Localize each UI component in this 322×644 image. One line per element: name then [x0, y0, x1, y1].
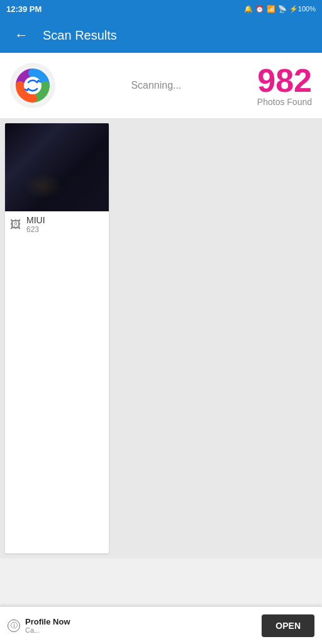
thumbnail-spot: [24, 174, 62, 199]
photos-count: 982: [257, 64, 312, 97]
ad-left: ⓘ Profile Now Ca...: [8, 617, 70, 634]
app-bar: ← Scan Results: [0, 18, 322, 53]
content-area: 🖼 MIUI 623: [0, 118, 322, 558]
battery-indicator: ⚡ 100%: [289, 5, 316, 13]
folder-name: MIUI: [26, 215, 45, 225]
ad-subtitle: Ca...: [25, 626, 70, 634]
scanning-text: Scanning...: [55, 80, 257, 91]
app-bar-title: Scan Results: [43, 28, 117, 43]
status-bar: 12:39 PM 🔔 ⏰ 📶 📡 ⚡ 100%: [0, 0, 322, 18]
wifi-icon: 📡: [278, 5, 287, 13]
photos-found-label: Photos Found: [257, 97, 312, 107]
ad-title: Profile Now: [25, 617, 70, 626]
folder-icon: 🖼: [10, 218, 21, 231]
folder-thumbnail: [5, 123, 109, 211]
clock-icon: ⏰: [255, 5, 264, 13]
count-container: 982 Photos Found: [257, 64, 312, 107]
back-icon: ←: [14, 27, 28, 43]
folder-card[interactable]: 🖼 MIUI 623: [5, 123, 109, 553]
svg-point-1: [24, 77, 42, 94]
signal-icon: 📶: [267, 5, 275, 13]
back-button[interactable]: ←: [10, 24, 33, 47]
scan-header: Scanning... 982 Photos Found: [0, 53, 322, 118]
folder-details: MIUI 623: [26, 215, 45, 234]
ad-text-block: Profile Now Ca...: [25, 617, 70, 634]
alarm-icon: 🔔: [244, 5, 253, 13]
ad-bar: ⓘ Profile Now Ca... OPEN: [0, 606, 322, 644]
folder-count: 623: [26, 225, 45, 234]
open-button[interactable]: OPEN: [262, 614, 314, 637]
folder-info: 🖼 MIUI 623: [5, 211, 109, 238]
status-time: 12:39 PM: [6, 4, 42, 14]
ad-info-icon: ⓘ: [8, 619, 20, 632]
app-logo: [10, 63, 55, 108]
status-icons: 🔔 ⏰ 📶 📡 ⚡ 100%: [244, 5, 316, 13]
